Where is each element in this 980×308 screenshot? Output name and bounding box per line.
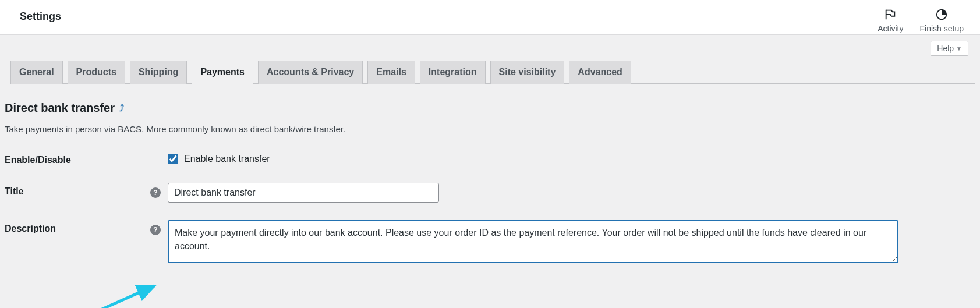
description-row: Description ? — [5, 220, 975, 263]
header-actions: Activity Finish setup — [878, 8, 968, 33]
annotation-arrow-icon — [96, 281, 166, 308]
enable-row: Enable/Disable Enable bank transfer — [5, 151, 975, 165]
tab-site-visibility[interactable]: Site visibility — [490, 61, 565, 84]
title-input[interactable] — [168, 183, 439, 203]
settings-tabs: GeneralProductsShippingPaymentsAccounts … — [10, 35, 975, 84]
progress-circle-icon — [935, 8, 948, 23]
content-area: Help ▼ GeneralProductsShippingPaymentsAc… — [0, 35, 980, 308]
back-link-icon[interactable]: ⤴ — [119, 103, 124, 114]
section-description: Take payments in person via BACS. More c… — [5, 124, 975, 134]
enable-checkbox[interactable] — [168, 154, 178, 164]
description-label: Description — [5, 220, 150, 234]
help-icon[interactable]: ? — [150, 187, 161, 198]
tab-general[interactable]: General — [10, 61, 63, 84]
tab-shipping[interactable]: Shipping — [130, 61, 187, 84]
title-row: Title ? — [5, 183, 975, 203]
section-heading: Direct bank transfer — [5, 101, 115, 115]
tab-emails[interactable]: Emails — [367, 61, 415, 84]
help-dropdown[interactable]: Help ▼ — [931, 41, 968, 56]
enable-checkbox-wrap[interactable]: Enable bank transfer — [168, 151, 270, 164]
activity-label: Activity — [878, 24, 903, 33]
page-title: Settings — [20, 8, 61, 23]
help-label: Help — [937, 44, 954, 53]
tab-products[interactable]: Products — [68, 61, 125, 84]
chevron-down-icon: ▼ — [956, 45, 962, 52]
settings-section: Direct bank transfer ⤴ Take payments in … — [5, 84, 975, 263]
title-label: Title — [5, 183, 150, 197]
flag-icon — [884, 8, 897, 23]
enable-label: Enable/Disable — [5, 151, 150, 165]
tab-payments[interactable]: Payments — [192, 61, 253, 84]
enable-checkbox-label: Enable bank transfer — [184, 154, 270, 164]
top-header: Settings Activity Finish setup — [0, 0, 980, 35]
description-textarea[interactable] — [168, 220, 898, 263]
finish-setup-button[interactable]: Finish setup — [920, 8, 964, 33]
tab-accounts-privacy[interactable]: Accounts & Privacy — [258, 61, 363, 84]
svg-line-2 — [102, 286, 154, 308]
section-heading-row: Direct bank transfer ⤴ — [5, 101, 975, 115]
tab-advanced[interactable]: Advanced — [569, 61, 631, 84]
finish-setup-label: Finish setup — [920, 24, 964, 33]
tab-integration[interactable]: Integration — [420, 61, 486, 84]
help-icon[interactable]: ? — [150, 225, 161, 235]
activity-button[interactable]: Activity — [878, 8, 903, 33]
